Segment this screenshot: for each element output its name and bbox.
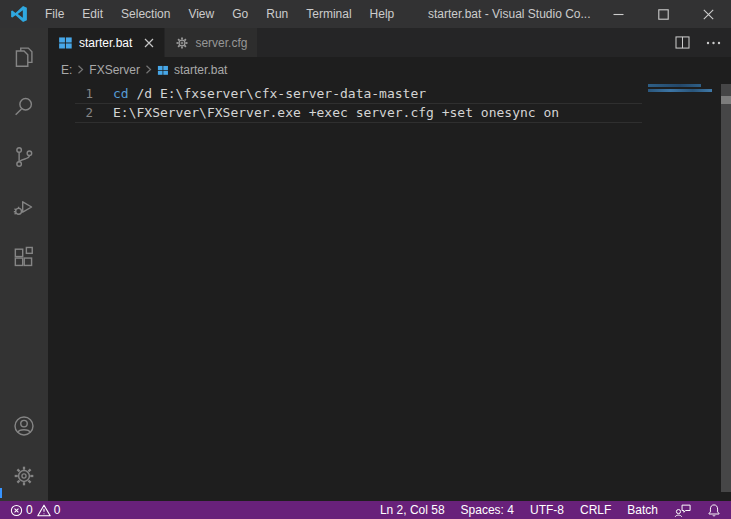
feedback-icon[interactable] [674,503,691,518]
breadcrumb-folder[interactable]: FXServer [89,63,140,77]
maximize-button[interactable] [641,0,686,28]
scrollbar-thumb[interactable] [721,96,731,104]
tab-starter-bat[interactable]: starter.bat [48,28,164,57]
language-mode[interactable]: Batch [627,503,658,517]
menu-edit[interactable]: Edit [73,0,112,28]
menu-terminal[interactable]: Terminal [297,0,360,28]
breadcrumb-file[interactable]: starter.bat [174,63,227,77]
code-line[interactable]: 2 E:\FXServer\FXServer.exe +exec server.… [48,103,731,122]
code-line[interactable]: 1 cd /d E:\fxserver\cfx-server-data-mast… [48,84,731,103]
editor-area: starter.bat [48,28,731,501]
search-icon[interactable] [0,82,48,132]
chevron-right-icon [77,65,84,74]
token-text: E:\FXServer\FXServer.exe +exec server.cf… [113,105,559,120]
menu-bar: File Edit Selection View Go Run Terminal… [36,0,403,28]
breadcrumb: E: FXServer starter.bat [48,57,731,82]
minimize-button[interactable] [596,0,641,28]
activity-bar [0,28,48,501]
close-window-button[interactable] [686,0,731,28]
minimap-line [648,89,712,92]
menu-selection[interactable]: Selection [112,0,179,28]
explorer-icon[interactable] [0,32,48,82]
tab-bar: starter.bat [48,28,731,57]
tab-label: server.cfg [195,36,247,50]
menu-file[interactable]: File [36,0,73,28]
menu-help[interactable]: Help [361,0,404,28]
windows-bat-icon [157,64,169,76]
minimap-line [648,84,701,87]
chevron-right-icon [145,65,152,74]
breadcrumb-drive[interactable]: E: [61,63,72,77]
minimap[interactable] [648,84,712,92]
extensions-icon[interactable] [0,232,48,282]
status-bar-right: Ln 2, Col 58 Spaces: 4 UTF-8 CRLF Batch [380,503,721,518]
vertical-scrollbar[interactable] [721,84,731,492]
more-actions-icon[interactable] [706,41,721,45]
warning-count: 0 [54,503,61,517]
gear-icon [175,36,189,50]
windows-bat-icon [58,35,73,50]
account-icon[interactable] [0,401,48,451]
warning-icon [37,504,51,517]
tab-server-cfg[interactable]: server.cfg [165,28,257,57]
title-bar: File Edit Selection View Go Run Terminal… [0,0,731,28]
split-editor-icon[interactable] [675,36,690,49]
token-text: /d E:\fxserver\cfx-server-data-master [129,86,426,101]
menu-run[interactable]: Run [257,0,297,28]
window-edge-accent [0,488,2,498]
encoding-setting[interactable]: UTF-8 [530,503,564,517]
window-title: starter.bat - Visual Studio Co... [428,0,591,28]
code-text: cd /d E:\fxserver\cfx-server-data-master [93,84,426,103]
eol-setting[interactable]: CRLF [580,503,611,517]
line-number: 1 [48,84,93,103]
token-keyword: cd [113,86,129,101]
window-controls [596,0,731,28]
editor-actions [675,28,721,57]
vscode-window: File Edit Selection View Go Run Terminal… [0,0,731,519]
line-number: 2 [48,103,93,122]
indentation-setting[interactable]: Spaces: 4 [461,503,514,517]
menu-go[interactable]: Go [223,0,257,28]
status-bar: 0 0 Ln 2, Col 58 Spaces: 4 UTF-8 CRLF Ba… [0,501,731,519]
cursor-position[interactable]: Ln 2, Col 58 [380,503,445,517]
run-debug-icon[interactable] [0,182,48,232]
error-count: 0 [26,503,33,517]
notifications-bell-icon[interactable] [707,503,721,518]
problems-indicator[interactable]: 0 0 [10,503,60,517]
close-tab-icon[interactable] [144,38,154,48]
vscode-logo-icon [10,5,28,23]
code-editor[interactable]: 1 cd /d E:\fxserver\cfx-server-data-mast… [48,82,731,501]
error-icon [10,504,23,517]
settings-gear-icon[interactable] [0,451,48,501]
main-body: starter.bat [0,28,731,501]
menu-view[interactable]: View [179,0,223,28]
code-text: E:\FXServer\FXServer.exe +exec server.cf… [93,103,559,122]
source-control-icon[interactable] [0,132,48,182]
tab-label: starter.bat [79,36,132,50]
